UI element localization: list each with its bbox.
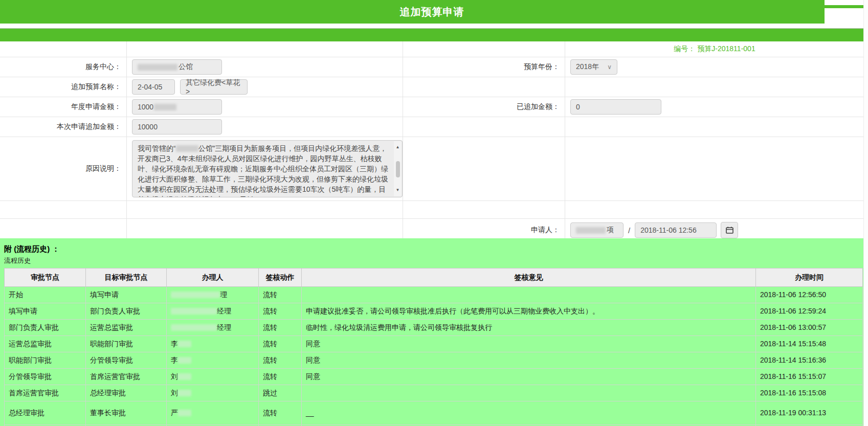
cell-action: 流转 — [259, 369, 302, 385]
page: 追加预算申请 编号： 预算J-201811-001 服务中心： 公馆 预算年份： — [0, 0, 868, 426]
applicant-input[interactable]: 项 — [570, 222, 624, 238]
added-amount-value: 0 — [576, 103, 580, 111]
cell-action: 跳过 — [259, 385, 302, 401]
annual-amount-input[interactable]: 1000 — [132, 99, 222, 115]
column-header: 签核意见 — [302, 268, 756, 287]
green-strip — [0, 29, 864, 41]
annual-amount-row: 年度申请金额： 1000 已追加金额： 0 — [0, 97, 864, 117]
budget-name-value: 其它绿化费<草花> — [186, 78, 242, 96]
empty-cell — [565, 77, 864, 97]
doc-number-value: 预算J-201811-001 — [697, 44, 755, 54]
cell-target-node: 董事长审批 — [86, 401, 167, 425]
column-header: 办理人 — [167, 268, 259, 287]
textarea-scroll-thumb[interactable] — [396, 161, 400, 177]
table-row: 首席运营官审批总经理审批刘跳过2018-11-16 15:15:08 — [5, 385, 863, 401]
added-amount-input[interactable]: 0 — [570, 99, 661, 115]
reason-label: 原因说明： — [0, 137, 127, 200]
empty-cell — [403, 117, 565, 137]
cell-approval-node: 开始 — [5, 287, 86, 303]
redacted-name — [178, 390, 191, 396]
doc-number-label: 编号： — [674, 44, 695, 54]
empty-cell — [565, 137, 864, 200]
history-header-row: 审批节点目标审批节点办理人签核动作签核意见办理时间 — [5, 268, 863, 287]
empty-cell — [127, 41, 403, 57]
redacted-name — [171, 292, 220, 298]
table-row: 总经理审批董事长审批严流转__2018-11-19 00:31:13 — [5, 401, 863, 425]
table-row: 填写申请部门负责人审批经理流转申请建议批准妥否，请公司领导审核批准后执行（此笔费… — [5, 303, 863, 320]
cell-approval-node: 总经理审批 — [5, 401, 86, 425]
column-header: 目标审批节点 — [86, 268, 167, 287]
redacted-text — [154, 104, 176, 110]
applicant-separator: / — [628, 226, 630, 235]
history-table-body: 开始填写申请理流转2018-11-06 12:56:50填写申请部门负责人审批经… — [5, 287, 863, 426]
cell-action: 流转 — [259, 401, 302, 425]
budget-form: 编号： 预算J-201811-001 服务中心： 公馆 预算年份： 2018年 … — [0, 41, 864, 242]
cell-action: 流转 — [259, 287, 302, 303]
empty-cell — [403, 201, 565, 218]
field-cell: 2018年 ∨ — [565, 57, 864, 77]
history-section-title: 附 (流程历史) ： — [4, 244, 864, 254]
redacted-name — [171, 308, 217, 315]
request-amount-row: 本次申请追加金额： 10000 — [0, 117, 864, 137]
added-amount-label: 已追加金额： — [403, 97, 565, 117]
empty-cell — [403, 137, 565, 200]
redacted-text — [138, 64, 177, 71]
cell-comment: 临时性，绿化垃圾清运费用申请，请公司领导审核批复执行 — [302, 320, 756, 336]
annual-amount-label: 年度申请金额： — [0, 97, 127, 117]
cell-handler: 李 — [167, 352, 259, 369]
annual-amount-value: 1000 — [138, 103, 153, 111]
cell-time: 2018-11-06 13:00:57 — [756, 320, 863, 336]
cell-time: 2018-11-16 15:15:08 — [756, 385, 863, 401]
table-row: 运营总监审批职能部门审批李流转同意2018-11-14 15:15:48 — [5, 336, 863, 352]
empty-cell — [0, 201, 127, 218]
reason-row: 原因说明： 我司管辖的“公馆”三期项目为新服务项目，但项目内绿化环境差强人意，开… — [0, 137, 864, 201]
request-amount-input[interactable]: 10000 — [132, 119, 222, 134]
cell-approval-node: 运营总监审批 — [5, 336, 86, 352]
header-divider — [0, 24, 864, 29]
field-cell: 2-04-05 其它绿化费<草花> — [127, 77, 403, 97]
cell-time: 2018-11-14 15:15:48 — [756, 336, 863, 352]
cell-approval-node: 职能部门审批 — [5, 352, 86, 369]
empty-cell — [403, 77, 565, 97]
cell-time: 2018-11-06 12:59:24 — [756, 303, 863, 320]
cell-action: 流转 — [259, 352, 302, 369]
redacted-name — [171, 324, 217, 331]
service-center-input[interactable]: 公馆 — [132, 59, 222, 75]
field-cell: 公馆 — [127, 57, 403, 77]
table-row: 开始填写申请理流转2018-11-06 12:56:50 — [5, 287, 863, 303]
budget-name-input[interactable]: 其它绿化费<草花> — [180, 79, 248, 95]
corner-notch-bottom — [825, 8, 864, 24]
cell-comment: 同意 — [302, 352, 756, 369]
budget-code-input[interactable]: 2-04-05 — [132, 79, 175, 95]
redacted-name — [178, 373, 191, 380]
request-amount-value: 10000 — [138, 123, 158, 131]
budget-year-label: 预算年份： — [403, 57, 565, 77]
cell-handler: 刘 — [167, 369, 259, 385]
cell-approval-node: 首席运营官审批 — [5, 385, 86, 401]
cell-comment: 申请建议批准妥否，请公司领导审核批准后执行（此笔费用可以从三期物业费收入中支出）… — [302, 303, 756, 320]
scroll-up-icon: ▲ — [396, 142, 400, 152]
page-scrollbar[interactable] — [863, 0, 868, 426]
cell-comment — [302, 385, 756, 401]
cell-target-node: 分管领导审批 — [86, 352, 167, 369]
applicant-date-input[interactable]: 2018-11-06 12:56 — [635, 222, 717, 238]
empty-cell — [565, 201, 864, 218]
budget-year-value: 2018年 — [576, 62, 599, 72]
cell-target-node: 填写申请 — [86, 287, 167, 303]
budget-year-select[interactable]: 2018年 ∨ — [570, 59, 617, 75]
cell-target-node: 总经理审批 — [86, 385, 167, 401]
table-row: 部门负责人审批运营总监审批经理流转临时性，绿化垃圾清运费用申请，请公司领导审核批… — [5, 320, 863, 336]
reason-textarea[interactable]: 我司管辖的“公馆”三期项目为新服务项目，但项目内绿化环境差强人意，开发商已3、4… — [132, 140, 403, 197]
cell-target-node: 部门负责人审批 — [86, 303, 167, 320]
cell-target-node: 运营总监审批 — [86, 320, 167, 336]
cell-handler: 经理 — [167, 320, 259, 336]
table-row: 职能部门审批分管领导审批李流转同意2018-11-14 15:16:36 — [5, 352, 863, 369]
history-table: 审批节点目标审批节点办理人签核动作签核意见办理时间 开始填写申请理流转2018-… — [4, 268, 863, 426]
cell-time: 2018-11-06 12:56:50 — [756, 287, 863, 303]
cell-handler: 李 — [167, 336, 259, 352]
empty-cell — [0, 41, 127, 57]
cell-comment: __ — [302, 401, 756, 425]
spacer-row — [0, 201, 864, 219]
calendar-button[interactable] — [721, 222, 738, 238]
cell-approval-node: 填写申请 — [5, 303, 86, 320]
